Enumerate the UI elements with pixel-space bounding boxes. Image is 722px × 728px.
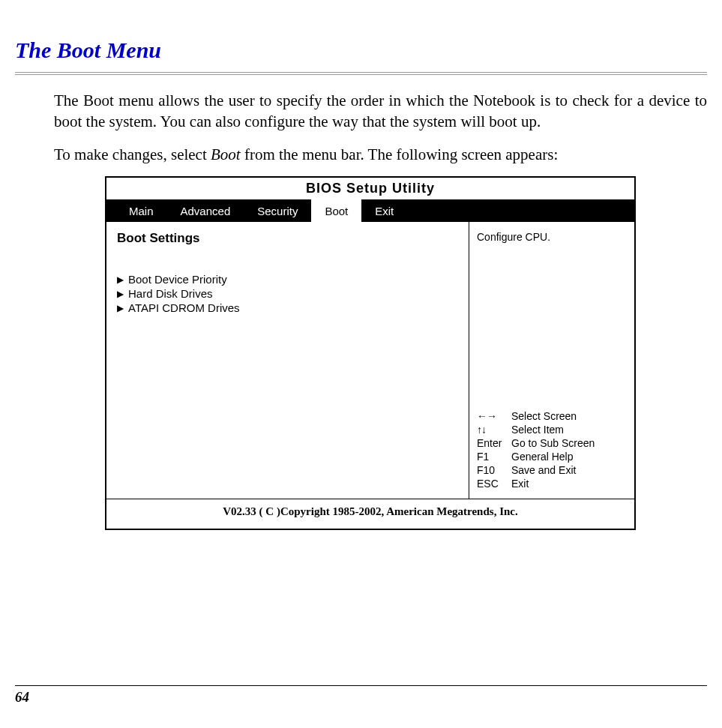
- paragraph-2-italic: Boot: [211, 145, 241, 163]
- title-divider: [15, 72, 707, 75]
- bios-tab-security[interactable]: Security: [244, 199, 311, 222]
- bios-item-label: Boot Device Priority: [128, 273, 227, 286]
- key-enter: Enter: [477, 437, 511, 449]
- bios-left-pane: Boot Settings ▶ Boot Device Priority ▶ H…: [106, 222, 469, 499]
- bios-item-label: Hard Disk Drives: [128, 287, 213, 300]
- bios-tab-advanced[interactable]: Advanced: [167, 199, 244, 222]
- triangle-right-icon: ▶: [117, 303, 124, 313]
- triangle-right-icon: ▶: [117, 289, 124, 299]
- bios-help-top: Configure CPU.: [477, 231, 627, 243]
- page-number: 64: [15, 689, 707, 706]
- bios-menubar: Main Advanced Security Boot Exit: [106, 199, 634, 222]
- page-title: The Boot Menu: [15, 37, 707, 63]
- bios-help-keys: ←→ Select Screen ↑↓ Select Item Enter Go…: [477, 410, 627, 490]
- bios-item-label: ATAPI CDROM Drives: [128, 301, 240, 314]
- bios-tab-boot[interactable]: Boot: [311, 199, 361, 222]
- paragraph-2-a: To make changes, select: [54, 145, 211, 163]
- bios-right-pane: Configure CPU. ←→ Select Screen ↑↓ Selec…: [469, 222, 634, 499]
- key-left-right-arrows-icon: ←→: [477, 410, 511, 422]
- help-desc: Select Screen: [511, 410, 627, 422]
- bios-section-heading: Boot Settings: [117, 231, 458, 246]
- bios-item-atapi-cdrom-drives[interactable]: ▶ ATAPI CDROM Drives: [117, 301, 458, 314]
- footer-divider: [15, 685, 707, 686]
- paragraph-1: The Boot menu allows the user to specify…: [54, 90, 707, 133]
- bios-body: Boot Settings ▶ Boot Device Priority ▶ H…: [106, 222, 634, 499]
- bios-window-title: BIOS Setup Utility: [106, 178, 634, 199]
- key-f10: F10: [477, 464, 511, 476]
- key-esc: ESC: [477, 478, 511, 490]
- help-desc: Select Item: [511, 424, 627, 436]
- bios-window: BIOS Setup Utility Main Advanced Securit…: [105, 176, 636, 530]
- bios-tab-main[interactable]: Main: [115, 199, 167, 222]
- page-footer: 64: [15, 685, 707, 706]
- bios-tab-exit[interactable]: Exit: [361, 199, 407, 222]
- key-up-down-arrows-icon: ↑↓: [477, 424, 511, 436]
- help-desc: Exit: [511, 478, 627, 490]
- bios-screenshot: BIOS Setup Utility Main Advanced Securit…: [105, 176, 636, 530]
- triangle-right-icon: ▶: [117, 274, 124, 285]
- bios-item-hard-disk-drives[interactable]: ▶ Hard Disk Drives: [117, 287, 458, 300]
- help-desc: Go to Sub Screen: [511, 437, 627, 449]
- bios-footer: V02.33 ( C )Copyright 1985-2002, America…: [106, 499, 634, 529]
- help-desc: Save and Exit: [511, 464, 627, 476]
- bios-item-boot-device-priority[interactable]: ▶ Boot Device Priority: [117, 273, 458, 286]
- paragraph-2: To make changes, select Boot from the me…: [54, 144, 707, 165]
- help-desc: General Help: [511, 451, 627, 463]
- paragraph-2-b: from the menu bar. The following screen …: [241, 145, 559, 163]
- key-f1: F1: [477, 451, 511, 463]
